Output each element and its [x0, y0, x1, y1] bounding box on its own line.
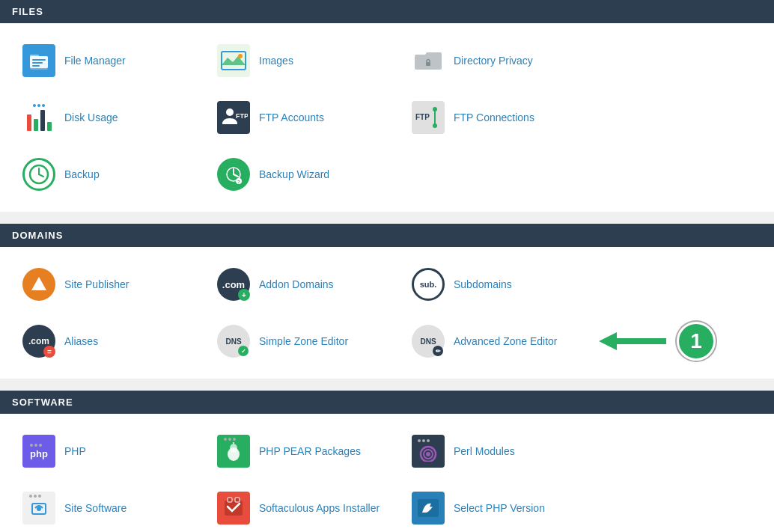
aliases-icon-wrap: .com = [21, 323, 57, 359]
file-manager-item[interactable]: File Manager [15, 35, 210, 86]
perl-modules-item[interactable]: Perl Modules [404, 426, 599, 477]
aliases-minus: = [43, 346, 55, 358]
disk-usage-icon [22, 101, 55, 134]
pear-svg [224, 442, 243, 462]
perl-modules-icon-wrap [410, 433, 446, 469]
images-label: Images [259, 55, 293, 67]
svg-point-28 [230, 444, 237, 453]
selectphp-svg [416, 496, 440, 520]
annotation-badge: 1 [677, 322, 716, 361]
svg-point-15 [433, 123, 437, 128]
backup-wizard-icon-wrap: ? [216, 156, 252, 192]
site-software-label: Site Software [64, 502, 127, 514]
backup-wizard-label: Backup Wizard [259, 168, 329, 180]
softaculous-label: Softaculous Apps Installer [259, 502, 380, 514]
perl-modules-label: Perl Modules [454, 445, 515, 457]
select-php-label: Select PHP Version [454, 502, 545, 514]
select-php-item[interactable]: Select PHP Version [404, 483, 599, 532]
advanced-zone-dot: ✏ [433, 346, 443, 356]
files-content: File Manager Images [0, 23, 774, 212]
images-icon [217, 44, 250, 77]
subdomains-icon: sub. [412, 268, 445, 301]
directory-privacy-icon-wrap [410, 43, 446, 79]
advanced-zone-item[interactable]: DNS ✏ Advanced Zone Editor 1 [404, 316, 599, 367]
file-manager-icon [22, 44, 55, 77]
site-publisher-label: Site Publisher [64, 278, 129, 290]
softaculous-item[interactable]: Softaculous Apps Installer [210, 483, 404, 532]
site-publisher-icon-wrap [21, 266, 57, 302]
svg-rect-5 [32, 65, 40, 67]
disk-usage-label: Disk Usage [64, 111, 118, 123]
sitesoftware-svg [29, 499, 49, 517]
svg-rect-37 [235, 498, 240, 502]
files-header: FILES [0, 0, 774, 23]
svg-text:?: ? [237, 180, 240, 184]
ftp-connections-item[interactable]: FTP FTP Connections [404, 92, 599, 143]
perl-svg [418, 444, 439, 462]
svg-rect-36 [228, 498, 232, 502]
addon-domains-plus: + [238, 289, 250, 301]
software-header: SOFTWARE [0, 391, 774, 414]
backup-wizard-icon: ? [217, 158, 250, 191]
addon-domains-item[interactable]: .com + Addon Domains [210, 259, 404, 310]
addon-domains-label: Addon Domains [259, 278, 334, 290]
aliases-label: Aliases [64, 335, 98, 347]
file-manager-label: File Manager [64, 55, 126, 67]
svg-point-34 [37, 507, 41, 511]
aliases-icon: .com = [22, 325, 55, 358]
svg-rect-3 [32, 59, 46, 61]
file-manager-icon-wrap [21, 43, 57, 79]
svg-line-18 [39, 174, 43, 177]
svg-point-32 [426, 452, 430, 456]
php-pear-icon-wrap [216, 433, 252, 469]
svg-point-8 [238, 54, 243, 58]
php-item[interactable]: php PHP [15, 426, 210, 477]
ftp-accounts-item[interactable]: FTP FTP Accounts [210, 92, 404, 143]
svg-rect-9 [426, 62, 430, 66]
site-publisher-item[interactable]: Site Publisher [15, 259, 210, 310]
images-item[interactable]: Images [210, 35, 404, 86]
annotation-arrow: 1 [599, 322, 716, 361]
svg-point-14 [433, 107, 437, 111]
select-php-icon [412, 492, 445, 525]
backup-wizard-item[interactable]: ? Backup Wizard [210, 149, 404, 200]
svg-rect-6 [222, 52, 246, 70]
directory-privacy-item[interactable]: Directory Privacy [404, 35, 599, 86]
aliases-item[interactable]: .com = Aliases [15, 316, 210, 367]
svg-rect-4 [32, 62, 43, 64]
php-pear-label: PHP PEAR Packages [259, 445, 361, 457]
perl-modules-icon [412, 435, 445, 468]
directory-privacy-icon [412, 44, 445, 77]
simple-zone-icon-wrap: DNS ✓ [216, 323, 252, 359]
svg-marker-25 [31, 277, 46, 290]
simple-zone-item[interactable]: DNS ✓ Simple Zone Editor [210, 316, 404, 367]
annotation-badge-label: 1 [690, 329, 702, 353]
simple-zone-label: Simple Zone Editor [259, 335, 348, 347]
select-php-icon-wrap [410, 490, 446, 526]
directory-privacy-label: Directory Privacy [454, 55, 533, 67]
domains-section: DOMAINS Site Publisher .com + Addon Dom [0, 224, 774, 379]
domains-content: Site Publisher .com + Addon Domains sub.… [0, 247, 774, 379]
svg-marker-26 [599, 332, 666, 350]
disk-usage-icon-wrap [21, 100, 57, 135]
subdomains-icon-wrap: sub. [410, 266, 446, 302]
ftp-connections-icon: FTP [412, 101, 445, 134]
simple-zone-dot: ✓ [238, 346, 249, 356]
subdomains-item[interactable]: sub. Subdomains [404, 259, 599, 310]
backup-item[interactable]: Backup [15, 149, 210, 200]
backup-icon [22, 158, 55, 191]
site-software-icon [22, 492, 55, 525]
site-publisher-icon [22, 268, 55, 301]
addon-domains-icon-wrap: .com + [216, 266, 252, 302]
subdomains-label: Subdomains [454, 278, 512, 290]
ftp-connections-label: FTP Connections [454, 111, 534, 123]
disk-usage-item[interactable]: Disk Usage [15, 92, 210, 143]
backup-icon-wrap [21, 156, 57, 192]
site-software-item[interactable]: Site Software [15, 483, 210, 532]
ftp-connections-icon-wrap: FTP [410, 100, 446, 135]
softaculous-icon [217, 492, 250, 525]
images-icon-wrap [216, 43, 252, 79]
php-pear-item[interactable]: PHP PEAR Packages [210, 426, 404, 477]
backup-label: Backup [64, 168, 100, 180]
svg-text:FTP: FTP [236, 112, 248, 120]
